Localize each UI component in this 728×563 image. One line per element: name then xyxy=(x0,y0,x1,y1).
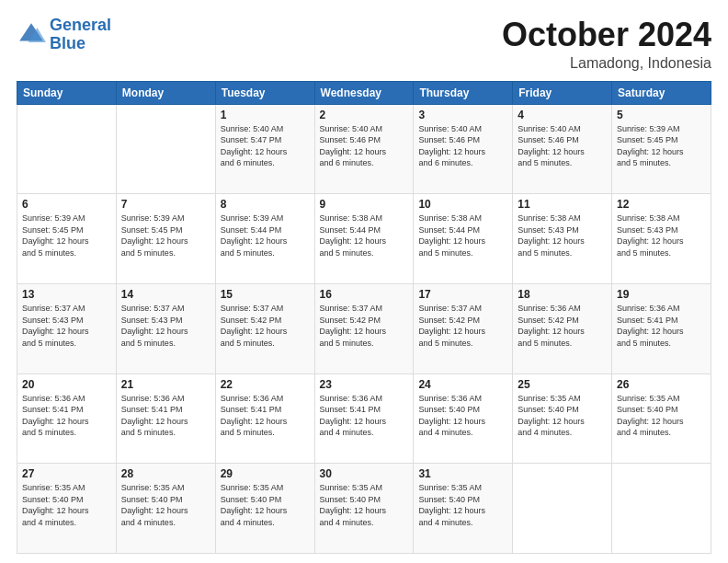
day-info: Sunrise: 5:35 AM Sunset: 5:40 PM Dayligh… xyxy=(617,393,706,439)
calendar-week-4: 20Sunrise: 5:36 AM Sunset: 5:41 PM Dayli… xyxy=(17,373,711,464)
day-info: Sunrise: 5:36 AM Sunset: 5:42 PM Dayligh… xyxy=(518,303,607,349)
table-row: 13Sunrise: 5:37 AM Sunset: 5:43 PM Dayli… xyxy=(17,283,117,373)
table-row xyxy=(612,464,711,554)
col-monday: Monday xyxy=(116,81,215,104)
day-number: 19 xyxy=(617,288,706,301)
day-number: 1 xyxy=(221,109,310,121)
day-info: Sunrise: 5:38 AM Sunset: 5:44 PM Dayligh… xyxy=(418,213,507,259)
day-number: 14 xyxy=(121,288,210,301)
table-row: 12Sunrise: 5:38 AM Sunset: 5:43 PM Dayli… xyxy=(612,194,711,284)
table-row xyxy=(17,104,117,194)
day-number: 7 xyxy=(121,198,210,211)
table-row: 23Sunrise: 5:36 AM Sunset: 5:41 PM Dayli… xyxy=(314,373,414,464)
day-number: 9 xyxy=(320,198,409,211)
location-title: Lamadong, Indonesia xyxy=(502,55,711,72)
table-row: 29Sunrise: 5:35 AM Sunset: 5:40 PM Dayli… xyxy=(215,464,314,554)
table-row: 15Sunrise: 5:37 AM Sunset: 5:42 PM Dayli… xyxy=(215,283,314,373)
day-number: 27 xyxy=(22,467,111,480)
day-info: Sunrise: 5:35 AM Sunset: 5:40 PM Dayligh… xyxy=(121,482,210,528)
col-friday: Friday xyxy=(513,81,612,104)
table-row: 17Sunrise: 5:37 AM Sunset: 5:42 PM Dayli… xyxy=(414,283,513,373)
calendar-week-5: 27Sunrise: 5:35 AM Sunset: 5:40 PM Dayli… xyxy=(17,464,711,554)
table-row: 31Sunrise: 5:35 AM Sunset: 5:40 PM Dayli… xyxy=(414,464,513,554)
table-row: 14Sunrise: 5:37 AM Sunset: 5:43 PM Dayli… xyxy=(116,283,215,373)
day-number: 5 xyxy=(617,109,706,121)
table-row: 9Sunrise: 5:38 AM Sunset: 5:44 PM Daylig… xyxy=(314,194,414,284)
day-info: Sunrise: 5:36 AM Sunset: 5:41 PM Dayligh… xyxy=(22,393,111,439)
table-row: 4Sunrise: 5:40 AM Sunset: 5:46 PM Daylig… xyxy=(513,104,612,194)
table-row: 30Sunrise: 5:35 AM Sunset: 5:40 PM Dayli… xyxy=(314,464,414,554)
table-row: 6Sunrise: 5:39 AM Sunset: 5:45 PM Daylig… xyxy=(17,194,117,284)
day-number: 25 xyxy=(518,378,607,391)
logo-text: General Blue xyxy=(50,17,111,53)
table-row: 22Sunrise: 5:36 AM Sunset: 5:41 PM Dayli… xyxy=(215,373,314,464)
day-number: 20 xyxy=(22,378,111,391)
table-row: 25Sunrise: 5:35 AM Sunset: 5:40 PM Dayli… xyxy=(513,373,612,464)
day-info: Sunrise: 5:35 AM Sunset: 5:40 PM Dayligh… xyxy=(22,482,111,528)
day-number: 29 xyxy=(221,467,310,480)
logo-icon xyxy=(17,20,46,50)
header: General Blue October 2024 Lamadong, Indo… xyxy=(17,17,711,72)
col-wednesday: Wednesday xyxy=(314,81,414,104)
table-row xyxy=(513,464,612,554)
page: General Blue October 2024 Lamadong, Indo… xyxy=(0,0,728,563)
day-number: 31 xyxy=(418,467,507,480)
table-row: 20Sunrise: 5:36 AM Sunset: 5:41 PM Dayli… xyxy=(17,373,117,464)
col-sunday: Sunday xyxy=(17,81,117,104)
col-saturday: Saturday xyxy=(612,81,711,104)
day-number: 13 xyxy=(22,288,111,301)
day-info: Sunrise: 5:35 AM Sunset: 5:40 PM Dayligh… xyxy=(221,482,310,528)
col-thursday: Thursday xyxy=(414,81,513,104)
table-row xyxy=(116,104,215,194)
logo: General Blue xyxy=(17,17,111,53)
day-info: Sunrise: 5:40 AM Sunset: 5:46 PM Dayligh… xyxy=(320,123,409,169)
day-number: 18 xyxy=(518,288,607,301)
day-info: Sunrise: 5:39 AM Sunset: 5:45 PM Dayligh… xyxy=(617,123,706,169)
table-row: 3Sunrise: 5:40 AM Sunset: 5:46 PM Daylig… xyxy=(414,104,513,194)
logo-line2: Blue xyxy=(50,34,85,52)
table-row: 28Sunrise: 5:35 AM Sunset: 5:40 PM Dayli… xyxy=(116,464,215,554)
day-info: Sunrise: 5:37 AM Sunset: 5:43 PM Dayligh… xyxy=(22,303,111,349)
table-row: 11Sunrise: 5:38 AM Sunset: 5:43 PM Dayli… xyxy=(513,194,612,284)
day-number: 30 xyxy=(320,467,409,480)
day-number: 4 xyxy=(518,109,607,121)
table-row: 16Sunrise: 5:37 AM Sunset: 5:42 PM Dayli… xyxy=(314,283,414,373)
day-number: 16 xyxy=(320,288,409,301)
calendar-week-3: 13Sunrise: 5:37 AM Sunset: 5:43 PM Dayli… xyxy=(17,283,711,373)
day-info: Sunrise: 5:37 AM Sunset: 5:42 PM Dayligh… xyxy=(320,303,409,349)
day-number: 6 xyxy=(22,198,111,211)
table-row: 18Sunrise: 5:36 AM Sunset: 5:42 PM Dayli… xyxy=(513,283,612,373)
table-row: 8Sunrise: 5:39 AM Sunset: 5:44 PM Daylig… xyxy=(215,194,314,284)
col-tuesday: Tuesday xyxy=(215,81,314,104)
day-info: Sunrise: 5:36 AM Sunset: 5:40 PM Dayligh… xyxy=(418,393,507,439)
month-title: October 2024 xyxy=(502,17,711,53)
day-info: Sunrise: 5:39 AM Sunset: 5:45 PM Dayligh… xyxy=(22,213,111,259)
table-row: 5Sunrise: 5:39 AM Sunset: 5:45 PM Daylig… xyxy=(612,104,711,194)
calendar-week-1: 1Sunrise: 5:40 AM Sunset: 5:47 PM Daylig… xyxy=(17,104,711,194)
day-info: Sunrise: 5:37 AM Sunset: 5:43 PM Dayligh… xyxy=(121,303,210,349)
day-number: 23 xyxy=(320,378,409,391)
calendar-header-row: Sunday Monday Tuesday Wednesday Thursday… xyxy=(17,81,711,104)
day-info: Sunrise: 5:36 AM Sunset: 5:41 PM Dayligh… xyxy=(121,393,210,439)
day-info: Sunrise: 5:38 AM Sunset: 5:43 PM Dayligh… xyxy=(518,213,607,259)
title-area: October 2024 Lamadong, Indonesia xyxy=(502,17,711,72)
day-number: 17 xyxy=(418,288,507,301)
table-row: 27Sunrise: 5:35 AM Sunset: 5:40 PM Dayli… xyxy=(17,464,117,554)
day-number: 26 xyxy=(617,378,706,391)
day-info: Sunrise: 5:40 AM Sunset: 5:46 PM Dayligh… xyxy=(418,123,507,169)
day-number: 2 xyxy=(320,109,409,121)
day-info: Sunrise: 5:40 AM Sunset: 5:46 PM Dayligh… xyxy=(518,123,607,169)
day-info: Sunrise: 5:39 AM Sunset: 5:45 PM Dayligh… xyxy=(121,213,210,259)
table-row: 26Sunrise: 5:35 AM Sunset: 5:40 PM Dayli… xyxy=(612,373,711,464)
day-number: 10 xyxy=(418,198,507,211)
table-row: 24Sunrise: 5:36 AM Sunset: 5:40 PM Dayli… xyxy=(414,373,513,464)
table-row: 10Sunrise: 5:38 AM Sunset: 5:44 PM Dayli… xyxy=(414,194,513,284)
day-number: 28 xyxy=(121,467,210,480)
day-info: Sunrise: 5:38 AM Sunset: 5:43 PM Dayligh… xyxy=(617,213,706,259)
day-number: 21 xyxy=(121,378,210,391)
day-info: Sunrise: 5:35 AM Sunset: 5:40 PM Dayligh… xyxy=(418,482,507,528)
day-info: Sunrise: 5:40 AM Sunset: 5:47 PM Dayligh… xyxy=(221,123,310,169)
calendar-table: Sunday Monday Tuesday Wednesday Thursday… xyxy=(17,81,711,554)
day-info: Sunrise: 5:36 AM Sunset: 5:41 PM Dayligh… xyxy=(617,303,706,349)
day-number: 3 xyxy=(418,109,507,121)
